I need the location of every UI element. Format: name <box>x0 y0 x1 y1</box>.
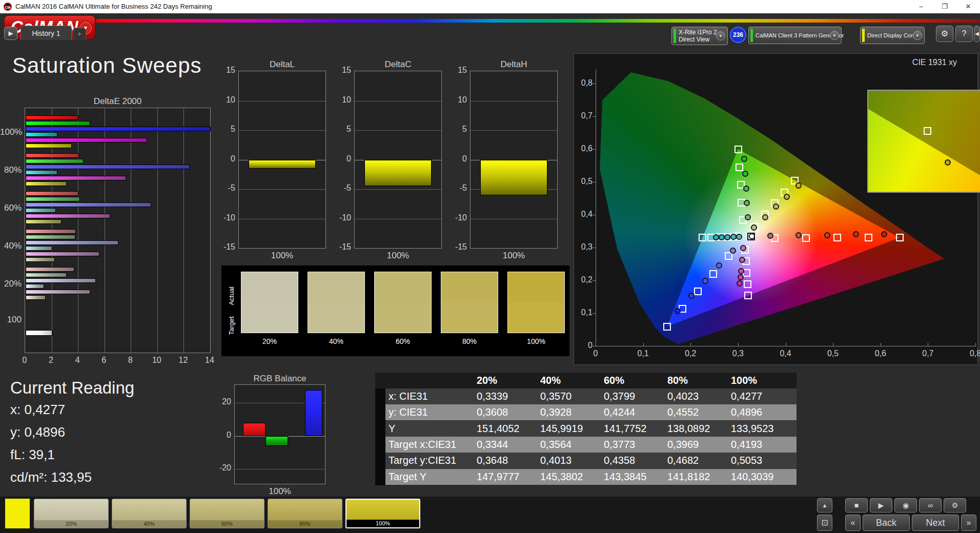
table-row: Y151,4052145,9919141,7752138,0892133,952… <box>375 421 797 437</box>
deltaC-y-tick: 0 <box>332 154 351 163</box>
table-cell: 141,8182 <box>667 469 731 485</box>
pattern-button-100%[interactable]: 100% <box>345 499 420 528</box>
deltaL-y-tick: 15 <box>216 66 235 75</box>
cie-y-tick: 0,7 <box>576 111 593 120</box>
calman-app: CM CalMAN 2016 CalMAN Ultimate for Busin… <box>0 0 980 533</box>
cie-x-tick: 0,6 <box>871 349 890 358</box>
cie-measured-point-cyan <box>730 234 737 240</box>
cie-target-square-red <box>865 234 872 241</box>
pattern-button-20%[interactable]: 20% <box>34 499 109 528</box>
cie-x-tickmark <box>738 343 739 346</box>
rainbow-accent-strip <box>96 19 980 23</box>
prev-icon[interactable]: « <box>845 515 861 531</box>
current-reading-x: x: 0,4277 <box>10 402 65 418</box>
swatch-label-60%: 60% <box>374 337 432 345</box>
table-cell: 143,3845 <box>604 469 667 485</box>
table-left-strip <box>375 388 385 405</box>
cie-measured-point-magenta <box>739 257 745 263</box>
deltaL-gridline <box>239 101 325 101</box>
forward-icon[interactable]: » <box>961 515 976 531</box>
source-dropdown[interactable]: CalMAN Client 3 Pattern Generator ▼ <box>748 27 842 44</box>
deltae-x-tick: 6 <box>98 356 110 365</box>
pattern-button-label: 20% <box>34 520 108 528</box>
table-cell: 0,3799 <box>604 388 667 404</box>
cie-x-tickmark <box>833 343 833 346</box>
settings-icon[interactable]: ⚙ <box>944 498 966 512</box>
pattern-button-label: 100% <box>346 520 419 527</box>
table-left-strip <box>375 469 385 485</box>
collapse-panel-icon[interactable]: ◀ <box>974 26 980 42</box>
deltae-bar-cyan-80% <box>26 170 57 175</box>
close-button[interactable]: ✕ <box>956 0 980 13</box>
deltaC-gridline <box>355 189 441 190</box>
deltae-x-tick: 8 <box>124 356 136 365</box>
deltae-bar-green-100% <box>26 121 90 126</box>
deltae-bar-yellow-60% <box>26 219 62 224</box>
help-icon[interactable]: ? <box>955 26 973 42</box>
deltaH-y-tick: -10 <box>447 213 467 222</box>
deltae-bar-green-60% <box>26 197 80 201</box>
deltae-chart <box>25 108 211 353</box>
table-row: Target Y147,9777145,3802143,3845141,8182… <box>375 469 797 485</box>
pattern-button-40%[interactable]: 40% <box>112 499 187 528</box>
tab-history-1[interactable]: History 1 <box>21 26 72 40</box>
table-header-cell <box>385 373 477 388</box>
deltae-bar-blue-20% <box>26 278 96 283</box>
deltaC-y-tick: 15 <box>332 66 351 75</box>
rgb-bar-green <box>266 436 288 446</box>
pattern-button-80%[interactable]: 80% <box>268 499 342 528</box>
cie-measured-point-blue <box>675 308 681 314</box>
loop-icon[interactable]: ∞ <box>919 498 942 512</box>
rgb-balance-title: RGB Balance <box>234 374 325 384</box>
table-row-label: Target y:CIE31 <box>389 453 477 468</box>
rgb-y-tick: 0 <box>211 430 231 440</box>
cie-target-square-green <box>736 163 743 171</box>
deltae-bar-magenta-20% <box>26 290 90 294</box>
play-icon[interactable]: ▶ <box>870 498 892 512</box>
cie-x-tick: 0,3 <box>729 349 747 358</box>
deltae-gridline <box>78 108 78 353</box>
settings-gear-icon[interactable]: ⚙ <box>936 26 953 42</box>
rgb-x-label: 100% <box>234 486 325 497</box>
display-chevron-down-icon[interactable]: ▼ <box>913 31 922 40</box>
deltaL-y-tick: -10 <box>216 213 235 222</box>
saturation-swatch-80% <box>441 272 498 333</box>
cie-y-tickmark <box>593 182 596 182</box>
cie-x-tickmark <box>786 343 786 346</box>
table-cell: 140,3039 <box>731 469 797 485</box>
cie-measured-point-cyan <box>719 234 725 240</box>
deltae-bar-red-20% <box>26 267 74 272</box>
deltaC-y-tick: -5 <box>332 183 351 193</box>
table-cell: 133,9523 <box>731 421 797 437</box>
eject-icon[interactable]: ▲ <box>817 498 832 512</box>
deltae-bar-green-40% <box>26 235 75 239</box>
actual-row-label: Actual <box>228 283 235 309</box>
pattern-button-60%[interactable]: 60% <box>190 499 264 528</box>
deltae-bar-blue-100% <box>26 127 211 131</box>
deltaC-y-tick: 10 <box>332 95 351 105</box>
meter-chevron-down-icon[interactable]: ▼ <box>716 31 725 40</box>
meter-icon[interactable]: ◉ <box>894 498 917 512</box>
cie-measured-point-cyan <box>736 234 742 240</box>
source-chevron-down-icon[interactable]: ▼ <box>830 31 839 40</box>
back-button[interactable]: Back <box>863 515 910 531</box>
add-tab-button[interactable]: + <box>73 28 86 40</box>
meter-dropdown[interactable]: X-Rite i1Pro 2Direct View ▼ <box>671 27 728 45</box>
minimize-button[interactable]: – <box>909 0 933 13</box>
saturation-swatch-strip: ActualTarget20%40%60%80%100% <box>221 265 569 356</box>
maximize-button[interactable]: ❐ <box>933 0 956 13</box>
deltae-group-label: 40% <box>0 241 22 251</box>
window-icon[interactable]: ⊡ <box>817 515 832 531</box>
deltae-x-tick: 0 <box>18 356 31 365</box>
cie-measured-point-magenta <box>737 280 743 286</box>
cie-measured-point-yellow <box>784 194 790 200</box>
next-button[interactable]: Next <box>912 515 959 531</box>
display-dropdown[interactable]: Direct Display Control ▼ <box>860 27 925 44</box>
deltae-bar-green-80% <box>26 159 84 163</box>
cie-target-square-magenta <box>744 280 751 288</box>
cie-target-square-red <box>896 234 904 241</box>
cie-x-tickmark <box>928 343 928 346</box>
deltae-bar-blue-40% <box>26 240 118 245</box>
stop-icon[interactable]: ■ <box>845 498 868 512</box>
layout-expand-button[interactable]: ▶ <box>4 27 17 40</box>
